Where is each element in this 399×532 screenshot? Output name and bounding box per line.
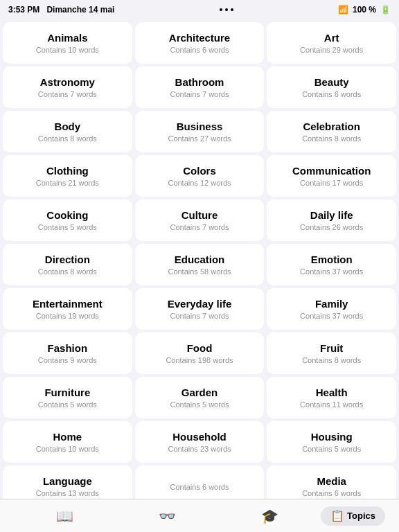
category-cell[interactable]: CommunicationContains 17 words xyxy=(267,155,396,197)
category-cell[interactable]: MediaContains 6 words xyxy=(267,466,396,499)
cell-subtitle: Contains 7 words xyxy=(170,223,229,231)
category-cell[interactable]: FruitContains 8 words xyxy=(267,332,396,374)
category-cell[interactable]: ColorsContains 12 words xyxy=(135,155,265,197)
category-cell[interactable]: CookingContains 5 words xyxy=(3,200,132,241)
cell-title: Clothing xyxy=(46,165,89,177)
status-time: 3:53 PM Dimanche 14 mai xyxy=(8,5,114,15)
category-cell[interactable]: EmotionContains 37 words xyxy=(267,244,396,285)
cell-title: Communication xyxy=(292,165,371,177)
cell-title: Furniture xyxy=(44,387,90,399)
cell-title: Culture xyxy=(181,209,218,222)
cell-title: Education xyxy=(175,254,225,266)
category-cell[interactable]: HouseholdContains 23 words xyxy=(135,421,265,463)
cell-title: Business xyxy=(177,121,223,133)
battery-label: 100 % xyxy=(353,5,376,15)
category-cell[interactable]: BodyContains 8 words xyxy=(3,111,132,152)
cell-title: Beauty xyxy=(314,76,349,89)
status-right: 📶 100 % 🔋 xyxy=(338,5,391,15)
cell-subtitle: Contains 26 words xyxy=(300,223,363,231)
cell-title: Garden xyxy=(181,387,218,399)
category-cell[interactable]: ArtContains 29 words xyxy=(267,22,396,64)
cell-title: Celebration xyxy=(303,121,360,133)
category-cell[interactable]: ClothingContains 21 words xyxy=(3,155,132,197)
category-cell[interactable]: CelebrationContains 8 words xyxy=(267,111,396,152)
topics-icon: 📋 xyxy=(330,511,344,522)
cell-title: Food xyxy=(187,342,213,355)
cell-title: Cooking xyxy=(46,209,88,222)
cell-subtitle: Contains 9 words xyxy=(38,356,97,364)
cell-subtitle: Contains 7 words xyxy=(170,90,229,98)
cell-subtitle: Contains 11 words xyxy=(300,400,363,409)
cell-subtitle: Contains 6 words xyxy=(170,46,229,54)
category-cell[interactable]: HealthContains 11 words xyxy=(267,377,396,418)
status-bar: 3:53 PM Dimanche 14 mai 📶 100 % 🔋 xyxy=(0,0,399,19)
category-cell[interactable]: GardenContains 5 words xyxy=(135,377,265,418)
cell-subtitle: Contains 17 words xyxy=(300,179,363,187)
cell-title: Everyday life xyxy=(168,298,232,310)
cell-subtitle: Contains 23 words xyxy=(168,445,231,453)
cell-subtitle: Contains 7 words xyxy=(170,312,229,320)
cell-title: Emotion xyxy=(311,254,353,266)
category-cell[interactable]: Everyday lifeContains 7 words xyxy=(135,288,265,330)
tab-graduate[interactable]: 🎓 xyxy=(218,509,321,523)
cell-subtitle: Contains 8 words xyxy=(38,267,97,276)
cell-title: Fruit xyxy=(320,342,343,355)
cell-title: Home xyxy=(53,431,82,443)
tab-books[interactable]: 📖 xyxy=(14,509,116,523)
category-cell[interactable]: FurnitureContains 5 words xyxy=(3,377,132,418)
cell-subtitle: Contains 7 words xyxy=(38,90,97,98)
cell-subtitle: Contains 37 words xyxy=(300,312,363,320)
category-cell[interactable]: Contains 6 words xyxy=(135,466,265,499)
cell-title: Family xyxy=(315,298,348,310)
cell-subtitle: Contains 8 words xyxy=(302,134,361,143)
category-cell[interactable]: HomeContains 10 words xyxy=(3,421,132,463)
cell-subtitle: Contains 21 words xyxy=(36,179,99,187)
cell-title: Housing xyxy=(311,431,353,443)
category-cell[interactable]: AnimalsContains 10 words xyxy=(3,22,132,64)
cell-title: Entertainment xyxy=(33,298,103,310)
cell-subtitle: Contains 5 words xyxy=(170,400,229,409)
category-cell[interactable]: CultureContains 7 words xyxy=(135,200,265,241)
category-cell[interactable]: AstronomyContains 7 words xyxy=(3,66,132,108)
cell-subtitle: Contains 6 words xyxy=(170,483,229,491)
cell-title: Language xyxy=(43,475,92,488)
cell-subtitle: Contains 19 words xyxy=(36,312,99,320)
category-cell[interactable]: Daily lifeContains 26 words xyxy=(267,200,396,241)
category-cell[interactable]: FoodContains 198 words xyxy=(135,332,265,374)
cell-subtitle: Contains 8 words xyxy=(302,356,361,364)
cell-subtitle: Contains 58 words xyxy=(168,267,231,276)
cell-title: Architecture xyxy=(169,32,230,44)
cell-subtitle: Contains 10 words xyxy=(36,46,99,54)
category-cell[interactable]: FamilyContains 37 words xyxy=(267,288,396,330)
category-cell[interactable]: LanguageContains 13 words xyxy=(3,466,132,499)
category-cell[interactable]: BeautyContains 6 words xyxy=(267,66,396,108)
cell-subtitle: Contains 27 words xyxy=(168,134,231,143)
cell-subtitle: Contains 12 words xyxy=(168,179,231,187)
tab-topics-label: Topics xyxy=(347,511,375,521)
cell-title: Health xyxy=(316,387,348,399)
category-cell[interactable]: BusinessContains 27 words xyxy=(135,111,265,152)
cell-title: Art xyxy=(324,32,339,44)
cell-title: Daily life xyxy=(310,209,353,222)
category-cell[interactable]: HousingContains 5 words xyxy=(267,421,396,463)
cell-subtitle: Contains 8 words xyxy=(38,134,97,143)
cell-title: Body xyxy=(55,121,81,133)
battery-icon: 🔋 xyxy=(380,5,391,15)
cell-subtitle: Contains 5 words xyxy=(302,445,361,453)
tab-bar: 📖 👓 🎓 📋 Topics xyxy=(0,499,399,532)
status-dots xyxy=(220,8,233,11)
cell-subtitle: Contains 29 words xyxy=(300,46,363,54)
tab-glasses[interactable]: 👓 xyxy=(116,509,219,523)
category-cell[interactable]: DirectionContains 8 words xyxy=(3,244,132,285)
category-cell[interactable]: BathroomContains 7 words xyxy=(135,66,265,108)
category-cell[interactable]: FashionContains 9 words xyxy=(3,332,132,374)
books-icon: 📖 xyxy=(56,509,73,523)
cell-title: Bathroom xyxy=(175,76,224,89)
tab-topics[interactable]: 📋 Topics xyxy=(321,506,385,526)
category-cell[interactable]: ArchitectureContains 6 words xyxy=(135,22,265,64)
cell-title: Fashion xyxy=(48,342,88,355)
cell-title: Media xyxy=(317,475,346,488)
category-cell[interactable]: EducationContains 58 words xyxy=(135,244,265,285)
category-grid: AnimalsContains 10 wordsArchitectureCont… xyxy=(0,19,399,499)
category-cell[interactable]: EntertainmentContains 19 words xyxy=(3,288,132,330)
